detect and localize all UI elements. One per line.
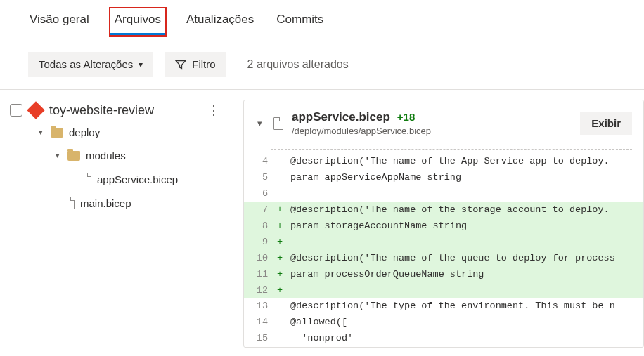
code-text: @allowed([: [285, 315, 643, 331]
diff-header: ▾ appService.bicep +18 /deploy/modules/a…: [244, 100, 643, 146]
diff-line[interactable]: 6: [244, 186, 643, 202]
line-number: 9: [244, 235, 275, 251]
code-text: param processOrderQueueName string: [285, 267, 643, 283]
code-text: @description('The name of the App Servic…: [285, 154, 643, 170]
select-all-checkbox[interactable]: [10, 104, 22, 117]
tree-label: appService.bicep: [97, 173, 178, 185]
diff-line[interactable]: 14@allowed([: [244, 315, 643, 331]
toolbar: Todas as Alterações ▾ Filtro 2 arquivos …: [0, 37, 644, 90]
code-text: @description('The name of the queue to d…: [285, 251, 643, 267]
line-number: 5: [244, 170, 275, 186]
filter-label: Filtro: [192, 58, 215, 70]
code-text: param storageAccountName string: [285, 218, 643, 235]
chevron-down-icon: ▾: [37, 128, 45, 137]
diff-gutter: [275, 251, 285, 267]
tab-updates[interactable]: Atualizações: [185, 8, 255, 35]
diff-line[interactable]: 11param processOrderQueueName string: [244, 267, 643, 283]
chevron-down-icon: ▾: [53, 151, 62, 160]
diff-filename: appService.bicep: [292, 110, 390, 124]
line-number: 8: [244, 218, 275, 235]
tab-files[interactable]: Arquivos: [110, 8, 165, 35]
diff-line[interactable]: 9: [244, 235, 643, 251]
diff-lines: 4@description('The name of the App Servi…: [244, 154, 643, 347]
code-text: param appServiceAppName string: [285, 170, 643, 186]
diff-pane: ▾ appService.bicep +18 /deploy/modules/a…: [233, 90, 644, 356]
line-number: 14: [244, 315, 275, 331]
diff-gutter: [275, 267, 285, 283]
chevron-down-icon: ▾: [139, 60, 143, 70]
diff-line[interactable]: 13@description('The type of the environm…: [244, 298, 643, 315]
line-number: 7: [244, 202, 275, 218]
diff-line[interactable]: 12: [244, 283, 643, 299]
diff-line[interactable]: 5param appServiceAppName string: [244, 170, 643, 186]
tree-label: deploy: [69, 126, 100, 138]
diff-card: ▾ appService.bicep +18 /deploy/modules/a…: [243, 100, 644, 348]
file-tree-pane: toy-website-review ⋮ ▾ deploy ▾ modules …: [0, 90, 233, 356]
folder-icon: [67, 151, 80, 161]
tree-folder-deploy[interactable]: ▾ deploy: [7, 121, 228, 144]
file-icon: [82, 173, 91, 185]
diff-gutter: [275, 235, 285, 251]
repo-icon: [27, 101, 44, 119]
tree-root-row: toy-website-review ⋮: [7, 100, 228, 121]
diff-added-count: +18: [397, 111, 415, 123]
repo-name[interactable]: toy-website-review: [49, 103, 154, 118]
view-button[interactable]: Exibir: [580, 112, 632, 135]
code-text: 'nonprod': [285, 331, 643, 347]
line-number: 13: [244, 298, 275, 315]
changes-summary: 2 arquivos alterados: [247, 58, 349, 71]
code-text: @description('The name of the storage ac…: [285, 202, 643, 218]
diff-line[interactable]: 10@description('The name of the queue to…: [244, 251, 643, 267]
tree-folder-modules[interactable]: ▾ modules: [7, 144, 228, 167]
line-number: 12: [244, 283, 275, 299]
line-number: 4: [244, 154, 275, 170]
tree-label: main.bicep: [80, 197, 131, 209]
line-number: 6: [244, 186, 275, 202]
diff-line[interactable]: 4@description('The name of the App Servi…: [244, 154, 643, 170]
collapse-toggle[interactable]: ▾: [254, 118, 265, 128]
diff-gutter: [275, 218, 285, 235]
changes-dropdown[interactable]: Todas as Alterações ▾: [28, 52, 153, 77]
tree-file-main[interactable]: main.bicep: [7, 191, 228, 215]
filter-button[interactable]: Filtro: [165, 52, 226, 77]
tab-commits[interactable]: Commits: [275, 8, 325, 35]
code-text: @description('The type of the environmen…: [285, 298, 643, 315]
line-number: 15: [244, 331, 275, 347]
diff-gutter: [275, 202, 285, 218]
line-number: 11: [244, 267, 275, 283]
diff-separator: [271, 149, 632, 150]
diff-gutter: [275, 283, 285, 299]
folder-icon: [51, 128, 63, 138]
tree-file-appservice[interactable]: appService.bicep: [7, 167, 228, 191]
more-actions-icon[interactable]: ⋮: [203, 103, 226, 118]
content-split: toy-website-review ⋮ ▾ deploy ▾ modules …: [0, 90, 644, 356]
diff-line[interactable]: 15 'nonprod': [244, 331, 643, 347]
tab-overview[interactable]: Visão geral: [28, 8, 91, 35]
tabs-bar: Visão geral Arquivos Atualizações Commit…: [0, 0, 644, 37]
line-number: 10: [244, 251, 275, 267]
file-icon: [273, 117, 283, 130]
tree-label: modules: [86, 150, 126, 161]
diff-line[interactable]: 7@description('The name of the storage a…: [244, 202, 643, 218]
diff-filepath: /deploy/modules/appService.bicep: [292, 126, 431, 136]
changes-dropdown-label: Todas as Alterações: [39, 58, 133, 70]
diff-line[interactable]: 8param storageAccountName string: [244, 218, 643, 235]
filter-icon: [175, 59, 186, 70]
file-icon: [65, 197, 75, 209]
